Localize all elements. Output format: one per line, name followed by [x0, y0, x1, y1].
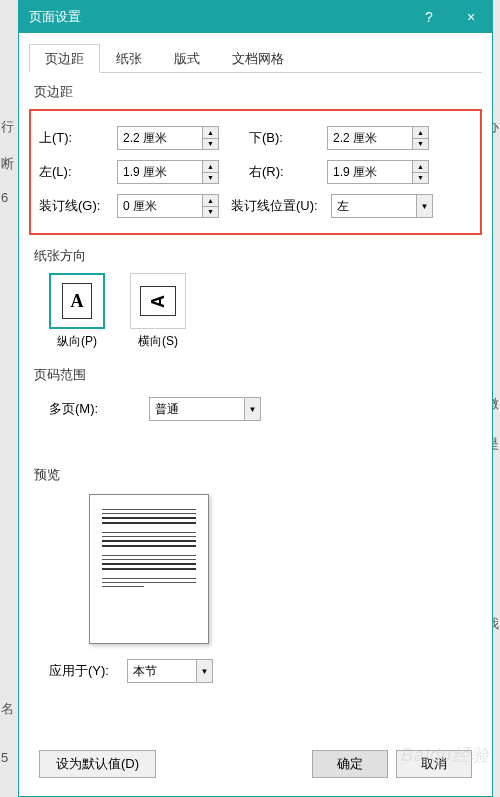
- input-gutter[interactable]: ▲▼: [117, 194, 219, 218]
- margins-group: 上(T): ▲▼ 下(B): ▲▼ 左(L): ▲▼: [29, 109, 482, 235]
- tab-margins[interactable]: 页边距: [29, 44, 100, 73]
- label-gutter: 装订线(G):: [39, 197, 117, 215]
- section-preview-title: 预览: [34, 466, 482, 484]
- bg-char: 6: [1, 190, 8, 205]
- spin-down-icon[interactable]: ▼: [413, 139, 428, 150]
- page-setup-dialog: 页面设置 ? × 页边距 纸张 版式 文档网格 页边距 上(T): ▲▼ 下(B…: [18, 0, 493, 797]
- orientation-portrait[interactable]: A 纵向(P): [49, 273, 105, 350]
- portrait-icon: A: [62, 283, 92, 319]
- portrait-label: 纵向(P): [49, 333, 105, 350]
- input-margin-bottom[interactable]: ▲▼: [327, 126, 429, 150]
- chevron-down-icon[interactable]: ▼: [417, 194, 433, 218]
- help-button[interactable]: ?: [408, 1, 450, 33]
- dialog-title: 页面设置: [29, 8, 81, 26]
- spin-down-icon[interactable]: ▼: [203, 173, 218, 184]
- label-bottom: 下(B):: [249, 129, 327, 147]
- label-multipages: 多页(M):: [49, 400, 149, 418]
- spin-up-icon[interactable]: ▲: [203, 161, 218, 173]
- label-right: 右(R):: [249, 163, 327, 181]
- section-pages-title: 页码范围: [34, 366, 482, 384]
- landscape-label: 横向(S): [130, 333, 186, 350]
- select-apply-to[interactable]: ▼: [127, 659, 213, 683]
- ok-button[interactable]: 确定: [312, 750, 388, 778]
- bg-char: 断: [1, 155, 14, 173]
- preview-thumbnail: [89, 494, 209, 644]
- input-margin-left[interactable]: ▲▼: [117, 160, 219, 184]
- spin-up-icon[interactable]: ▲: [203, 195, 218, 207]
- input-margin-right[interactable]: ▲▼: [327, 160, 429, 184]
- orientation-landscape[interactable]: A 横向(S): [130, 273, 186, 350]
- section-margins-title: 页边距: [34, 83, 482, 101]
- set-default-button[interactable]: 设为默认值(D): [39, 750, 156, 778]
- spin-down-icon[interactable]: ▼: [203, 139, 218, 150]
- bg-char: 名: [1, 700, 14, 718]
- bg-char: 5: [1, 750, 8, 765]
- tab-bar: 页边距 纸张 版式 文档网格: [29, 43, 482, 73]
- tab-grid[interactable]: 文档网格: [216, 44, 300, 73]
- label-gutter-pos: 装订线位置(U):: [231, 197, 331, 215]
- spin-down-icon[interactable]: ▼: [413, 173, 428, 184]
- chevron-down-icon[interactable]: ▼: [245, 397, 261, 421]
- tab-layout[interactable]: 版式: [158, 44, 216, 73]
- label-left: 左(L):: [39, 163, 117, 181]
- watermark: Baidu经验: [401, 743, 490, 767]
- chevron-down-icon[interactable]: ▼: [197, 659, 213, 683]
- spin-up-icon[interactable]: ▲: [413, 161, 428, 173]
- input-margin-top[interactable]: ▲▼: [117, 126, 219, 150]
- select-multipages[interactable]: ▼: [149, 397, 261, 421]
- titlebar: 页面设置 ? ×: [19, 1, 492, 33]
- section-orientation-title: 纸张方向: [34, 247, 482, 265]
- spin-down-icon[interactable]: ▼: [203, 207, 218, 218]
- close-button[interactable]: ×: [450, 1, 492, 33]
- spin-up-icon[interactable]: ▲: [413, 127, 428, 139]
- bg-char: 行: [1, 118, 14, 136]
- label-top: 上(T):: [39, 129, 117, 147]
- tab-paper[interactable]: 纸张: [100, 44, 158, 73]
- landscape-icon: A: [140, 286, 176, 316]
- label-apply-to: 应用于(Y):: [49, 662, 127, 680]
- spin-up-icon[interactable]: ▲: [203, 127, 218, 139]
- select-gutter-pos[interactable]: ▼: [331, 194, 433, 218]
